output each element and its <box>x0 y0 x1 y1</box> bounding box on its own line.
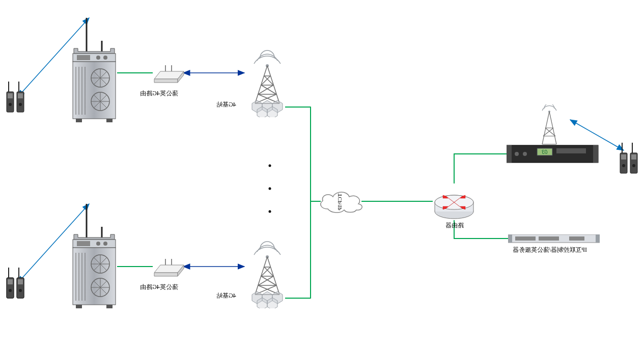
ip-controller-server <box>508 234 600 244</box>
svg-rect-103 <box>596 234 600 243</box>
wire-tower-top-cloud <box>285 107 321 201</box>
svg-point-11 <box>9 289 12 292</box>
tcpip-cloud-label: TCP/IP <box>337 193 343 210</box>
repeater-icon <box>73 18 116 122</box>
svg-rect-46 <box>106 119 113 122</box>
mini-router-icon <box>154 65 184 83</box>
rack-body: 03 <box>507 145 598 163</box>
svg-point-15 <box>19 289 22 292</box>
4g-router-top-label: 蒲公英4G路由 <box>140 89 178 98</box>
svg-rect-98 <box>556 148 586 153</box>
svg-rect-50 <box>77 241 90 246</box>
diagram-stage: 蒲公英4G路由 蒲公英4G路由 4G基站 <box>0 0 644 344</box>
tower-icon <box>252 50 283 117</box>
svg-point-29 <box>103 56 107 60</box>
svg-point-23 <box>632 164 635 167</box>
walkie-talkie-icon <box>7 82 24 112</box>
svg-rect-17 <box>621 154 626 160</box>
walkie-talkie-icon <box>620 143 637 173</box>
cell-tower-bottom <box>237 240 295 308</box>
svg-point-28 <box>96 56 100 60</box>
ellipsis-dot <box>269 188 271 190</box>
walkie-talkies-bottom <box>3 265 28 301</box>
svg-rect-96 <box>593 145 598 163</box>
rack-antenna-icon <box>542 104 556 144</box>
base-station-rack: 03 <box>507 104 603 166</box>
4g-router-bottom <box>150 255 186 280</box>
svg-rect-106 <box>569 236 584 241</box>
walkie-talkies-right <box>616 140 641 176</box>
repeater-icon <box>73 204 116 308</box>
router-label: 路由器 <box>445 221 464 230</box>
router <box>433 181 475 224</box>
mini-router-icon <box>154 259 184 276</box>
svg-rect-9 <box>8 279 13 284</box>
svg-rect-21 <box>631 154 636 160</box>
svg-point-19 <box>622 164 625 167</box>
svg-rect-102 <box>508 234 512 243</box>
4g-router-top <box>150 61 186 87</box>
svg-rect-30 <box>73 62 116 119</box>
rack-display-text: 03 <box>542 149 548 155</box>
ellipsis-dot <box>269 210 271 213</box>
svg-rect-105 <box>539 236 559 241</box>
wire-router-rack <box>454 154 507 183</box>
svg-point-100 <box>523 152 527 156</box>
svg-rect-27 <box>77 55 90 60</box>
svg-marker-71 <box>154 79 178 83</box>
svg-point-3 <box>9 103 12 106</box>
server-label: IP互联控制器/蒲公英服务器 <box>513 246 587 254</box>
walkie-talkie-icon <box>7 268 24 298</box>
svg-point-99 <box>515 152 519 156</box>
svg-rect-5 <box>18 93 23 98</box>
4g-router-bottom-label: 蒲公英4G路由 <box>140 283 178 292</box>
cell-tower-top <box>237 48 295 117</box>
svg-point-51 <box>96 242 100 246</box>
walkie-talkies-top <box>3 79 28 115</box>
ellipsis-dot <box>269 165 271 167</box>
cell-tower-bottom-label: 4G基站 <box>216 292 236 300</box>
svg-rect-13 <box>18 279 23 284</box>
svg-marker-76 <box>154 273 178 276</box>
svg-rect-95 <box>507 145 512 163</box>
svg-point-52 <box>103 242 107 246</box>
tower-icon <box>252 242 283 308</box>
svg-rect-68 <box>76 305 82 308</box>
svg-rect-53 <box>73 248 116 305</box>
svg-point-7 <box>19 103 22 106</box>
portable-repeater-bottom <box>64 204 122 311</box>
portable-repeater-top <box>64 18 122 125</box>
svg-rect-104 <box>515 236 536 241</box>
cell-tower-top-label: 4G基站 <box>216 100 236 109</box>
svg-rect-69 <box>106 305 113 308</box>
svg-rect-1 <box>8 93 13 98</box>
svg-rect-45 <box>76 119 82 122</box>
